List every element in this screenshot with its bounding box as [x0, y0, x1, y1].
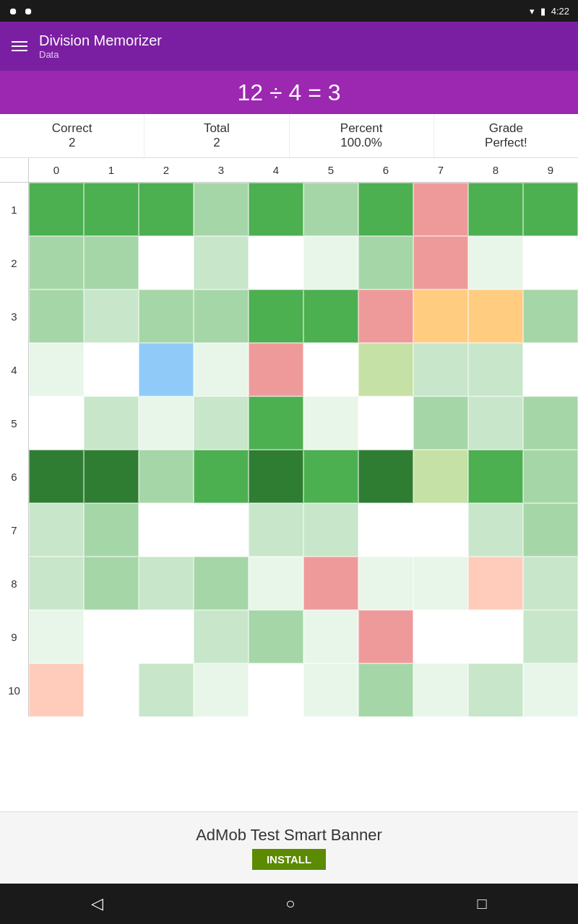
table-row[interactable]	[194, 663, 249, 717]
table-row[interactable]	[523, 289, 578, 343]
table-row[interactable]	[249, 236, 303, 289]
table-row[interactable]	[29, 450, 84, 503]
table-row[interactable]	[29, 610, 84, 663]
table-row[interactable]	[84, 557, 139, 610]
table-row[interactable]	[468, 236, 523, 289]
table-row[interactable]	[249, 289, 303, 343]
table-row[interactable]	[194, 236, 249, 289]
table-row[interactable]	[468, 610, 523, 663]
table-row[interactable]	[139, 503, 194, 557]
table-row[interactable]	[29, 503, 84, 557]
table-row[interactable]	[194, 183, 249, 236]
table-row[interactable]	[358, 396, 413, 450]
table-row[interactable]	[468, 663, 523, 717]
table-row[interactable]	[413, 343, 468, 396]
table-row[interactable]	[84, 343, 139, 396]
table-row[interactable]	[194, 289, 249, 343]
table-row[interactable]	[468, 396, 523, 450]
table-row[interactable]	[468, 289, 523, 343]
table-row[interactable]	[523, 450, 578, 503]
table-row[interactable]	[468, 343, 523, 396]
table-row[interactable]	[139, 343, 194, 396]
table-row[interactable]	[194, 610, 249, 663]
home-button[interactable]: ○	[285, 894, 295, 913]
table-row[interactable]	[249, 663, 303, 717]
table-row[interactable]	[194, 396, 249, 450]
table-row[interactable]	[413, 557, 468, 610]
table-row[interactable]	[358, 610, 413, 663]
table-row[interactable]	[303, 503, 358, 557]
table-row[interactable]	[84, 503, 139, 557]
back-button[interactable]: ◁	[91, 894, 103, 913]
table-row[interactable]	[139, 396, 194, 450]
table-row[interactable]	[358, 236, 413, 289]
table-row[interactable]	[139, 557, 194, 610]
table-row[interactable]	[194, 503, 249, 557]
table-row[interactable]	[84, 450, 139, 503]
table-row[interactable]	[413, 236, 468, 289]
table-row[interactable]	[303, 450, 358, 503]
table-row[interactable]	[303, 343, 358, 396]
table-row[interactable]	[413, 289, 468, 343]
table-row[interactable]	[139, 289, 194, 343]
table-row[interactable]	[139, 236, 194, 289]
table-row[interactable]	[249, 183, 303, 236]
table-row[interactable]	[523, 663, 578, 717]
table-row[interactable]	[29, 183, 84, 236]
table-row[interactable]	[303, 610, 358, 663]
table-row[interactable]	[84, 610, 139, 663]
table-row[interactable]	[523, 610, 578, 663]
table-row[interactable]	[29, 396, 84, 450]
table-row[interactable]	[468, 557, 523, 610]
table-row[interactable]	[523, 396, 578, 450]
table-row[interactable]	[84, 236, 139, 289]
table-row[interactable]	[358, 450, 413, 503]
table-row[interactable]	[194, 557, 249, 610]
table-row[interactable]	[468, 450, 523, 503]
table-row[interactable]	[303, 557, 358, 610]
table-row[interactable]	[249, 343, 303, 396]
table-row[interactable]	[413, 183, 468, 236]
recent-button[interactable]: □	[478, 894, 487, 913]
table-row[interactable]	[468, 503, 523, 557]
table-row[interactable]	[194, 343, 249, 396]
table-row[interactable]	[413, 396, 468, 450]
table-row[interactable]	[29, 663, 84, 717]
table-row[interactable]	[303, 236, 358, 289]
table-row[interactable]	[84, 663, 139, 717]
table-row[interactable]	[29, 343, 84, 396]
table-row[interactable]	[413, 503, 468, 557]
table-row[interactable]	[358, 289, 413, 343]
table-row[interactable]	[523, 236, 578, 289]
table-row[interactable]	[249, 610, 303, 663]
table-row[interactable]	[358, 663, 413, 717]
table-row[interactable]	[84, 183, 139, 236]
table-row[interactable]	[139, 183, 194, 236]
table-row[interactable]	[139, 610, 194, 663]
table-row[interactable]	[523, 503, 578, 557]
table-row[interactable]	[84, 396, 139, 450]
table-row[interactable]	[194, 450, 249, 503]
table-row[interactable]	[303, 396, 358, 450]
table-row[interactable]	[29, 289, 84, 343]
table-row[interactable]	[468, 183, 523, 236]
table-row[interactable]	[523, 343, 578, 396]
table-row[interactable]	[249, 503, 303, 557]
table-row[interactable]	[84, 289, 139, 343]
install-button[interactable]: INSTALL	[252, 849, 326, 870]
table-row[interactable]	[523, 557, 578, 610]
table-row[interactable]	[29, 557, 84, 610]
table-row[interactable]	[139, 663, 194, 717]
menu-button[interactable]	[12, 41, 27, 51]
table-row[interactable]	[303, 183, 358, 236]
table-row[interactable]	[413, 450, 468, 503]
table-row[interactable]	[358, 503, 413, 557]
table-row[interactable]	[523, 183, 578, 236]
table-row[interactable]	[413, 663, 468, 717]
table-row[interactable]	[358, 183, 413, 236]
table-row[interactable]	[249, 450, 303, 503]
table-row[interactable]	[29, 236, 84, 289]
table-row[interactable]	[303, 663, 358, 717]
table-row[interactable]	[139, 450, 194, 503]
table-row[interactable]	[303, 289, 358, 343]
